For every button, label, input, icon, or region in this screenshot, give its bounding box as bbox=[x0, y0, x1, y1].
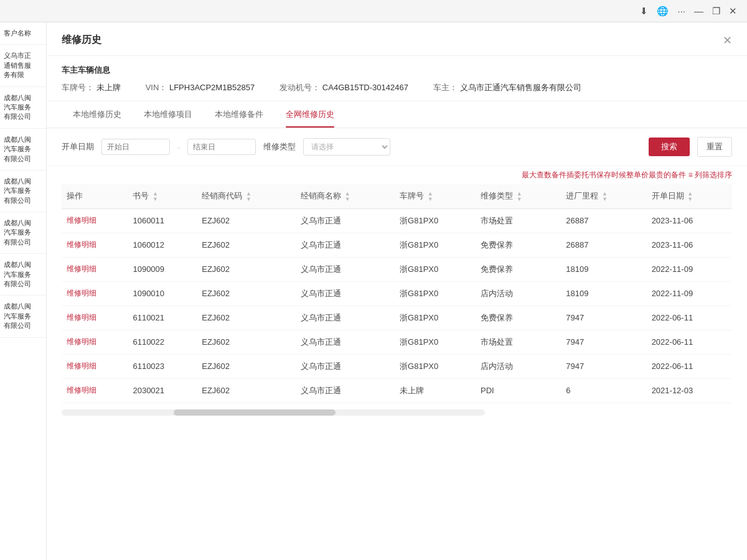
table-body: 维修明细 1060011 EZJ602 义乌市正通 浙G81PX0 市场处置 2… bbox=[62, 208, 732, 403]
window-close-button[interactable]: ✕ bbox=[729, 6, 737, 17]
table-row: 维修明细 1060012 EZJ602 义乌市正通 浙G81PX0 免费保养 2… bbox=[62, 233, 732, 257]
open-date-sort[interactable]: ▲▼ bbox=[687, 191, 693, 202]
cell-dealer-code-5: EZJ602 bbox=[197, 330, 296, 354]
repair-detail-link-1[interactable]: 维修明细 bbox=[67, 240, 96, 250]
vin-value: LFPH3ACP2M1B52857 bbox=[169, 83, 255, 92]
col-action: 操作 bbox=[62, 184, 128, 208]
cell-plate-no-1: 浙G81PX0 bbox=[395, 233, 476, 257]
sidebar-item-7[interactable]: 成都八闽汽车服务有限公司 bbox=[0, 296, 46, 337]
cell-dealer-name-0: 义乌市正通 bbox=[296, 208, 395, 233]
type-filter-label: 维修类型 bbox=[263, 141, 296, 152]
cell-dealer-name-6: 义乌市正通 bbox=[296, 354, 395, 378]
cell-action-4: 维修明细 bbox=[62, 306, 128, 330]
scrollbar-thumb[interactable] bbox=[174, 409, 336, 416]
sidebar-item-4[interactable]: 成都八闽汽车服务有限公司 bbox=[0, 170, 46, 212]
repair-detail-link-0[interactable]: 维修明细 bbox=[67, 215, 96, 226]
repair-detail-link-3[interactable]: 维修明细 bbox=[67, 288, 96, 299]
cell-plate-no-7: 未上牌 bbox=[395, 378, 476, 403]
cell-mileage-2: 18109 bbox=[561, 257, 646, 281]
repair-type-select[interactable]: 请选择 bbox=[303, 138, 390, 156]
tab-all-history[interactable]: 全网维修历史 bbox=[275, 101, 345, 128]
cell-repair-type-4: 免费保养 bbox=[476, 306, 561, 330]
plate-no-sort[interactable]: ▲▼ bbox=[428, 191, 433, 202]
engine-label: 发动机号： bbox=[280, 83, 320, 92]
cell-book-no-1: 1060012 bbox=[128, 233, 197, 257]
cell-mileage-7: 6 bbox=[561, 378, 646, 403]
tab-local-items[interactable]: 本地维修项目 bbox=[133, 101, 204, 128]
repair-detail-link-5[interactable]: 维修明细 bbox=[67, 337, 96, 347]
cell-dealer-name-4: 义乌市正通 bbox=[296, 306, 395, 330]
cell-open-date-1: 2023-11-06 bbox=[647, 233, 732, 257]
repair-detail-link-7[interactable]: 维修明细 bbox=[67, 385, 96, 396]
cell-mileage-1: 26887 bbox=[561, 233, 646, 257]
repair-detail-link-6[interactable]: 维修明细 bbox=[67, 361, 96, 371]
cell-book-no-0: 1060011 bbox=[128, 208, 197, 233]
sidebar-item-6[interactable]: 成都八闽汽车服务有限公司 bbox=[0, 254, 46, 296]
cell-dealer-name-3: 义乌市正通 bbox=[296, 281, 395, 306]
col-book-no: 书号 ▲▼ bbox=[128, 184, 197, 208]
engine-info: 发动机号： CA4GB15TD-30142467 bbox=[280, 82, 408, 93]
restore-button[interactable]: ❐ bbox=[712, 6, 720, 17]
scrollbar-area bbox=[47, 403, 747, 422]
modal-title: 维修历史 bbox=[62, 34, 101, 47]
repair-detail-link-4[interactable]: 维修明细 bbox=[67, 312, 96, 323]
cell-book-no-6: 6110023 bbox=[128, 354, 197, 378]
cell-repair-type-0: 市场处置 bbox=[476, 208, 561, 233]
globe-icon[interactable]: 🌐 bbox=[657, 6, 669, 17]
repair-type-sort[interactable]: ▲▼ bbox=[517, 191, 522, 202]
cell-open-date-0: 2023-11-06 bbox=[647, 208, 732, 233]
cell-dealer-code-0: EZJ602 bbox=[197, 208, 296, 233]
dealer-name-sort[interactable]: ▲▼ bbox=[345, 191, 350, 202]
plate-info: 车牌号： 未上牌 bbox=[62, 82, 121, 93]
cell-repair-type-5: 市场处置 bbox=[476, 330, 561, 354]
vin-info: VIN： LFPH3ACP2M1B52857 bbox=[146, 82, 255, 93]
repair-detail-link-2[interactable]: 维修明细 bbox=[67, 264, 96, 274]
book-no-sort[interactable]: ▲▼ bbox=[153, 191, 158, 202]
sidebar-item-5[interactable]: 成都八闽汽车服务有限公司 bbox=[0, 212, 46, 254]
reset-button[interactable]: 重置 bbox=[697, 137, 732, 157]
table-row: 维修明细 1060011 EZJ602 义乌市正通 浙G81PX0 市场处置 2… bbox=[62, 208, 732, 233]
col-open-date: 开单日期 ▲▼ bbox=[647, 184, 732, 208]
more-icon[interactable]: ··· bbox=[677, 6, 685, 16]
cell-repair-type-1: 免费保养 bbox=[476, 233, 561, 257]
cell-dealer-code-1: EZJ602 bbox=[197, 233, 296, 257]
modal-close-button[interactable]: ✕ bbox=[723, 35, 732, 46]
cell-book-no-7: 2030021 bbox=[128, 378, 197, 403]
modal-header: 维修历史 ✕ bbox=[47, 22, 747, 56]
owner-label: 车主： bbox=[433, 83, 458, 92]
col-dealer-name: 经销商名称 ▲▼ bbox=[296, 184, 395, 208]
vin-label: VIN： bbox=[146, 83, 167, 92]
col-dealer-code: 经销商代码 ▲▼ bbox=[197, 184, 296, 208]
cell-action-7: 维修明细 bbox=[62, 378, 128, 403]
cell-plate-no-2: 浙G81PX0 bbox=[395, 257, 476, 281]
cell-dealer-name-7: 义乌市正通 bbox=[296, 378, 395, 403]
search-button[interactable]: 搜索 bbox=[649, 138, 690, 156]
table-header-row: 操作 书号 ▲▼ 经销商代码 ▲▼ 经销商名称 ▲▼ 车 bbox=[62, 184, 732, 208]
owner-info: 车主： 义乌市正通汽车销售服务有限公司 bbox=[433, 82, 581, 93]
table-row: 维修明细 1090009 EZJ602 义乌市正通 浙G81PX0 免费保养 1… bbox=[62, 257, 732, 281]
vehicle-info-row: 车牌号： 未上牌 VIN： LFPH3ACP2M1B52857 发动机号： CA… bbox=[62, 82, 732, 93]
cell-plate-no-0: 浙G81PX0 bbox=[395, 208, 476, 233]
mileage-sort[interactable]: ▲▼ bbox=[602, 191, 608, 202]
filter-bar: 开单日期 - 维修类型 请选择 搜索 重置 bbox=[47, 128, 747, 166]
cell-book-no-3: 1090010 bbox=[128, 281, 197, 306]
sidebar-item-1[interactable]: 义乌市正通销售服务有限 bbox=[0, 45, 46, 86]
cell-plate-no-3: 浙G81PX0 bbox=[395, 281, 476, 306]
end-date-input[interactable] bbox=[187, 139, 256, 155]
tab-local-parts[interactable]: 本地维修备件 bbox=[204, 101, 275, 128]
cell-mileage-0: 26887 bbox=[561, 208, 646, 233]
scrollbar-track[interactable] bbox=[62, 409, 485, 416]
tab-local-history[interactable]: 本地维修历史 bbox=[62, 101, 133, 128]
sidebar-item-0[interactable]: 客户名称 bbox=[0, 22, 46, 45]
plate-value: 未上牌 bbox=[96, 83, 121, 92]
minimize-button[interactable]: — bbox=[694, 6, 703, 16]
cell-action-1: 维修明细 bbox=[62, 233, 128, 257]
dealer-code-sort[interactable]: ▲▼ bbox=[246, 191, 251, 202]
cell-plate-no-6: 浙G81PX0 bbox=[395, 354, 476, 378]
cell-book-no-5: 6110022 bbox=[128, 330, 197, 354]
cell-book-no-2: 1090009 bbox=[128, 257, 197, 281]
download-icon[interactable]: ⬇ bbox=[640, 6, 648, 17]
sidebar-item-2[interactable]: 成都八闽汽车服务有限公司 bbox=[0, 87, 46, 129]
start-date-input[interactable] bbox=[101, 139, 170, 155]
sidebar-item-3[interactable]: 成都八闽汽车服务有限公司 bbox=[0, 129, 46, 170]
